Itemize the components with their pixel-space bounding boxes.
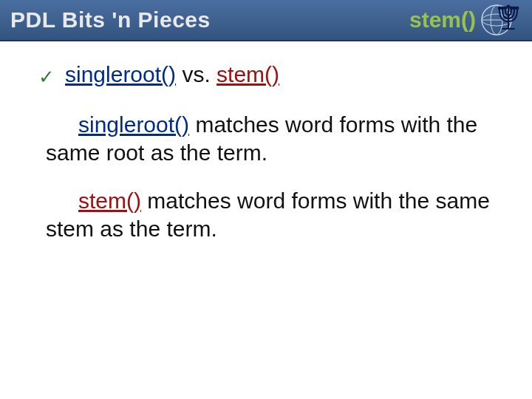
svg-point-11 [514,7,516,10]
check-icon: ✓ [38,67,55,86]
bullet-text: singleroot() vs. stem() [65,62,279,87]
header-func-label: stem() [409,7,476,33]
header-right: stem() [409,4,522,36]
svg-point-10 [511,7,513,10]
svg-point-9 [508,6,510,8]
svg-point-6 [499,7,501,10]
paragraph-stem: stem() matches word forms with the same … [46,187,499,242]
func-singleroot-inline: singleroot() [78,112,189,137]
header-title: PDL Bits 'n Pieces [10,7,211,33]
globe-menorah-icon [480,4,522,36]
slide-header: PDL Bits 'n Pieces stem() [0,0,532,41]
func-singleroot: singleroot() [65,62,176,86]
slide: PDL Bits 'n Pieces stem() [0,0,532,399]
func-stem: stem() [216,62,279,86]
vs-text: vs. [176,62,216,86]
svg-point-7 [502,7,504,10]
paragraph-singleroot: singleroot() matches word forms with the… [46,111,499,166]
svg-point-8 [505,7,507,10]
slide-body: ✓ singleroot() vs. stem() singleroot() m… [0,41,532,242]
func-stem-inline: stem() [78,188,141,213]
bullet-heading: ✓ singleroot() vs. stem() [38,62,499,87]
svg-point-12 [516,7,519,10]
